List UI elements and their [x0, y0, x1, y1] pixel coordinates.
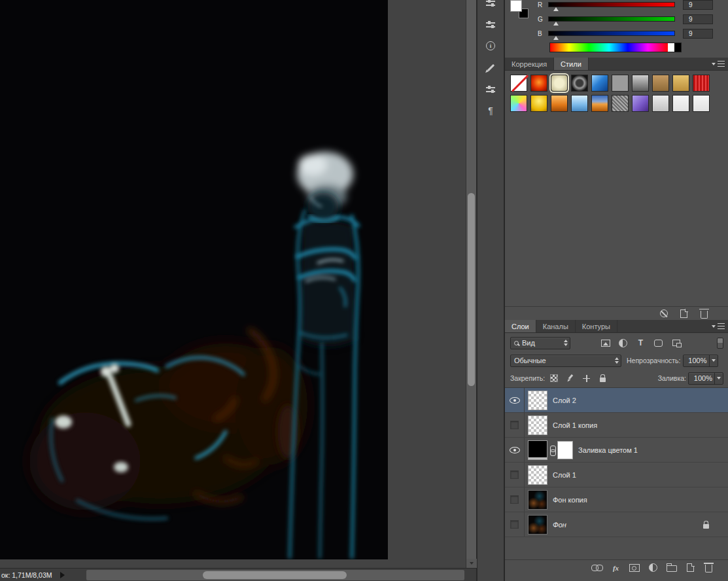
- channel-value-B[interactable]: 9: [683, 29, 713, 39]
- vertical-scrollbar[interactable]: [466, 0, 476, 568]
- paragraph-panel-button[interactable]: ¶: [482, 104, 499, 117]
- style-swatch-rainbow[interactable]: [510, 95, 527, 112]
- canvas-document[interactable]: [0, 0, 388, 559]
- channel-slider-B[interactable]: [548, 31, 675, 36]
- style-swatch-noise-x[interactable]: [612, 95, 629, 112]
- canvas-pasteboard[interactable]: [0, 0, 466, 568]
- layer-visibility-toggle[interactable]: [505, 487, 525, 512]
- layer-row-5[interactable]: Фон копия: [505, 487, 728, 512]
- new-style-button[interactable]: [679, 308, 689, 319]
- tab-adjustments[interactable]: Коррекция: [505, 58, 554, 70]
- style-swatch-flat-gray[interactable]: [612, 75, 629, 92]
- link-layers-button[interactable]: [591, 562, 602, 573]
- delete-style-button[interactable]: [699, 308, 709, 319]
- style-swatch-orange-gloss[interactable]: [551, 95, 568, 112]
- adjustments-panel-button[interactable]: [482, 18, 499, 31]
- channel-value-G[interactable]: 9: [683, 14, 713, 24]
- layer-name[interactable]: Слой 2: [553, 396, 576, 404]
- horizontal-scrollbar-thumb[interactable]: [203, 571, 347, 579]
- filter-shape-layers-button[interactable]: [653, 338, 663, 349]
- panel-menu-icon[interactable]: [712, 323, 725, 330]
- style-swatch-gray-gradient[interactable]: [632, 75, 649, 92]
- style-swatch-cream-bevel[interactable]: [551, 75, 568, 92]
- style-swatch-silver[interactable]: [652, 95, 669, 112]
- layer-thumbnail[interactable]: [528, 391, 547, 410]
- layer-name[interactable]: Слой 1: [553, 471, 576, 479]
- style-swatch-red-grid[interactable]: [693, 75, 710, 92]
- layer-thumbnail[interactable]: [528, 465, 547, 485]
- clear-style-button[interactable]: [659, 308, 668, 319]
- style-swatch-white-2[interactable]: [693, 95, 710, 112]
- measure-panel-button[interactable]: [482, 82, 499, 96]
- dropdown-arrow-button[interactable]: [714, 373, 723, 384]
- style-swatch-white-1[interactable]: [672, 95, 689, 112]
- new-layer-button[interactable]: [685, 562, 695, 573]
- fill-dropdown[interactable]: 100%: [688, 372, 723, 385]
- style-swatch-none[interactable]: [510, 75, 527, 92]
- layer-row-3[interactable]: Заливка цветом 1: [505, 438, 728, 463]
- lock-transparency-button[interactable]: [549, 373, 559, 384]
- layer-row-6[interactable]: Фон: [505, 512, 728, 537]
- dropdown-arrow-button[interactable]: [709, 355, 718, 366]
- horizontal-scrollbar[interactable]: [86, 570, 464, 580]
- style-swatch-tan[interactable]: [652, 75, 669, 92]
- channel-value-R[interactable]: 9: [683, 0, 713, 10]
- style-swatch-sky-gloss[interactable]: [571, 95, 588, 112]
- layer-row-1[interactable]: Слой 2: [505, 388, 728, 413]
- style-swatch-blue-gloss[interactable]: [591, 75, 608, 92]
- layer-thumbnail[interactable]: [528, 415, 547, 435]
- layer-thumbnail[interactable]: [528, 440, 547, 460]
- channel-slider-G[interactable]: [548, 16, 675, 22]
- layer-row-2[interactable]: Слой 1 копия: [505, 413, 728, 438]
- eyedropper-panel-button[interactable]: [482, 61, 499, 74]
- filter-kind-dropdown[interactable]: Вид: [510, 337, 570, 349]
- style-swatch-sunset[interactable]: [591, 95, 608, 112]
- opacity-dropdown[interactable]: 100%: [683, 355, 718, 367]
- scroll-down-button[interactable]: [466, 559, 477, 568]
- tab-layers[interactable]: Слои: [505, 320, 536, 332]
- spectrum-black-chip[interactable]: [674, 43, 681, 52]
- layer-name[interactable]: Слой 1 копия: [553, 421, 597, 429]
- delete-layer-button[interactable]: [704, 562, 714, 573]
- new-adjustment-layer-button[interactable]: [648, 562, 658, 573]
- layer-visibility-toggle[interactable]: [505, 512, 525, 537]
- blend-mode-dropdown[interactable]: Обычные: [510, 355, 621, 367]
- layer-row-4[interactable]: Слой 1: [505, 463, 728, 487]
- layer-visibility-toggle[interactable]: [505, 438, 525, 462]
- tab-styles[interactable]: Стили: [554, 58, 589, 70]
- layer-name[interactable]: Заливка цветом 1: [578, 446, 638, 454]
- layer-effects-button[interactable]: fx: [611, 562, 621, 573]
- new-group-button[interactable]: [667, 562, 677, 573]
- layer-mask-thumbnail[interactable]: [557, 441, 573, 459]
- layer-thumbnail[interactable]: [528, 490, 547, 510]
- color-spectrum-ramp[interactable]: [550, 43, 668, 52]
- vertical-scrollbar-thumb[interactable]: [468, 193, 475, 386]
- add-layer-mask-button[interactable]: [629, 562, 640, 573]
- channel-slider-handle[interactable]: [553, 36, 559, 40]
- style-swatch-gold[interactable]: [672, 75, 689, 92]
- filter-smart-objects-button[interactable]: [671, 338, 681, 349]
- lock-pixels-button[interactable]: [565, 373, 575, 384]
- style-swatch-red-glow[interactable]: [530, 75, 547, 92]
- channel-slider-handle[interactable]: [553, 22, 559, 26]
- layer-name[interactable]: Фон: [553, 521, 566, 529]
- histogram-panel-button[interactable]: [482, 0, 499, 9]
- filter-adjustment-layers-button[interactable]: [618, 338, 628, 349]
- layer-visibility-toggle[interactable]: [505, 413, 525, 437]
- layer-visibility-toggle[interactable]: [505, 463, 525, 487]
- channel-slider-handle[interactable]: [553, 7, 559, 11]
- tab-paths[interactable]: Контуры: [576, 320, 617, 332]
- layer-filter-toggle[interactable]: [717, 338, 723, 349]
- layer-visibility-toggle[interactable]: [505, 388, 525, 412]
- info-panel-button[interactable]: i: [482, 39, 499, 52]
- filter-pixel-layers-button[interactable]: [600, 338, 610, 349]
- tab-channels[interactable]: Каналы: [536, 320, 576, 332]
- lock-position-button[interactable]: [581, 373, 591, 384]
- layer-thumbnail[interactable]: [528, 515, 547, 535]
- layer-name[interactable]: Фон копия: [553, 496, 587, 504]
- style-swatch-yellow-gloss[interactable]: [530, 95, 547, 112]
- status-flyout-arrow[interactable]: [60, 572, 65, 578]
- spectrum-white-chip[interactable]: [668, 43, 674, 52]
- lock-all-button[interactable]: [598, 373, 608, 384]
- channel-slider-R[interactable]: [548, 2, 675, 7]
